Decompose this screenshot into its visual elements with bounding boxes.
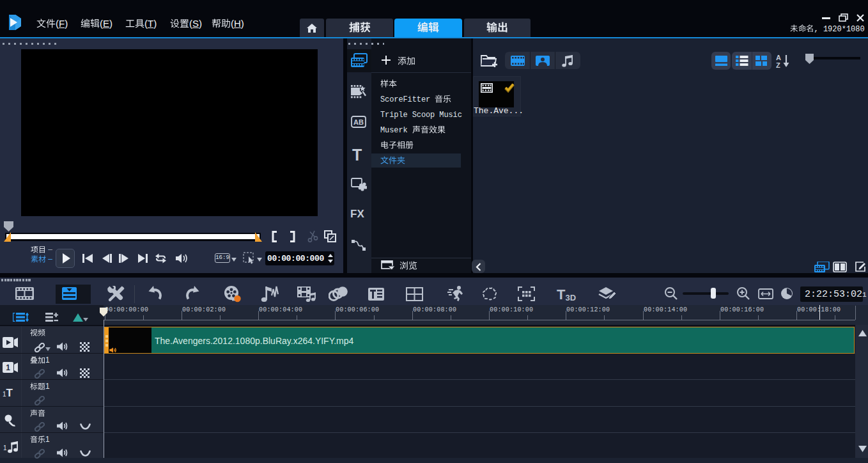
svg-text:Z: Z	[776, 61, 780, 68]
svg-text:1: 1	[6, 363, 10, 372]
svg-text:AB: AB	[353, 118, 364, 126]
svg-text:A: A	[776, 54, 781, 61]
